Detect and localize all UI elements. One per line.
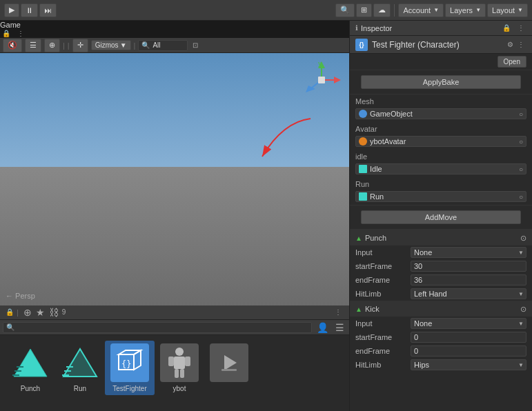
search-icon-small: 🔍 — [141, 41, 150, 49]
punch-endframe-row: endFrame — [350, 273, 532, 287]
transform-button[interactable]: ✛ — [72, 39, 88, 52]
ybot-input[interactable]: ybotAvatar ○ — [355, 136, 526, 147]
asset-play[interactable] — [204, 341, 254, 395]
mute-button[interactable]: 🔇 — [3, 39, 22, 52]
asset-testfighter[interactable]: {} TestFighter — [105, 341, 155, 395]
layers-dropdown[interactable]: Layers ▼ — [445, 3, 486, 17]
apply-bake-button[interactable]: ApplyBake — [361, 75, 521, 89]
kick-hitleft-select[interactable]: Hips — [411, 359, 526, 370]
component-more-button[interactable]: ⋮ — [515, 40, 526, 49]
idle-anim-input[interactable]: Idle ○ — [355, 163, 526, 174]
game-view: Game 🔒 ⋮ 🔇 ☰ ⊕ | | ✛ Gizmos ▼ | � — [0, 21, 349, 304]
view-toggle[interactable]: ⊕ — [44, 39, 60, 52]
svg-rect-25 — [180, 369, 184, 378]
kick-startframe-input[interactable] — [411, 332, 526, 343]
project-bookmark-button[interactable]: ★ — [34, 307, 47, 318]
punch-section-header[interactable]: ▲ Punch ⊙ — [350, 230, 532, 245]
account-dropdown[interactable]: Account ▼ — [398, 3, 444, 17]
punch-endframe-input[interactable] — [411, 274, 526, 285]
svg-text:{}: {} — [121, 359, 131, 369]
inspector-more-button[interactable]: ⋮ — [515, 23, 526, 32]
punch-input-select[interactable]: None — [411, 247, 526, 258]
punch-hitleft-select[interactable]: Left Hand — [411, 288, 526, 299]
run-circle-icon: ○ — [519, 193, 523, 201]
project-search-input[interactable] — [3, 322, 312, 333]
punch-startframe-label: startFrame — [355, 262, 411, 270]
svg-marker-3 — [334, 77, 341, 83]
game-toolbar: 🔇 ☰ ⊕ | | ✛ Gizmos ▼ | 🔍 ⊡ — [0, 38, 349, 53]
kick-section-name: Kick — [365, 305, 520, 313]
cloud-button[interactable]: ☁ — [373, 3, 391, 17]
project-filter-button[interactable]: ☰ — [333, 322, 346, 333]
left-panel: Game 🔒 ⋮ 🔇 ☰ ⊕ | | ✛ Gizmos ▼ | � — [0, 21, 349, 411]
mesh-section: Mesh GameObject ○ — [350, 94, 532, 122]
collab-button[interactable]: ⊞ — [356, 3, 372, 17]
scene-search[interactable] — [150, 40, 184, 51]
idle-tri-icon — [359, 165, 367, 173]
aspect-ratio-button[interactable]: ⊡ — [190, 41, 200, 50]
scene-gizmo: y — [303, 61, 341, 99]
kick-section-header[interactable]: ▲ Kick ⊙ — [350, 301, 532, 317]
svg-rect-23 — [185, 357, 190, 366]
open-button-row: Open — [350, 54, 532, 70]
project-add-button[interactable]: ⊕ — [21, 307, 34, 318]
run-anim-input[interactable]: Run ○ — [355, 191, 526, 202]
gizmos-dropdown[interactable]: Gizmos ▼ — [91, 40, 131, 50]
project-more-button[interactable]: ⋮ — [333, 308, 344, 317]
layout-dropdown[interactable]: Layout ▼ — [487, 3, 528, 17]
panel-more-button[interactable]: ⋮ — [15, 29, 26, 38]
punch-gear-icon[interactable]: ⊙ — [520, 234, 526, 243]
svg-point-20 — [175, 348, 184, 356]
punch-input-select-wrapper: None ▼ — [411, 247, 526, 258]
gameobject-row: GameObject ○ — [350, 107, 532, 121]
run-anim-row: Run ○ — [350, 190, 532, 203]
kick-gear-icon[interactable]: ⊙ — [520, 305, 526, 314]
search-button[interactable]: 🔍 — [335, 3, 355, 17]
open-button[interactable]: Open — [497, 56, 526, 68]
kick-endframe-input[interactable] — [411, 345, 526, 357]
kick-section: ▲ Kick ⊙ Input None ▼ startFrame — [350, 301, 532, 372]
inspector-tab-header: ℹ Inspector 🔒 ⋮ — [350, 21, 532, 36]
asset-punch[interactable]: Punch — [6, 341, 55, 395]
right-toolbar-group: 🔍 ⊞ ☁ Account ▼ Layers ▼ Layout ▼ — [335, 3, 528, 17]
svg-marker-26 — [224, 355, 237, 370]
panel-lock-button[interactable]: 🔒 — [0, 29, 12, 38]
component-settings-button[interactable]: ⚙ — [505, 40, 515, 49]
gameobject-input[interactable]: GameObject ○ — [355, 108, 526, 119]
run-anim-value: Run — [370, 192, 384, 201]
step-button[interactable]: ⏭ — [39, 3, 57, 17]
kick-input-select[interactable]: None — [411, 318, 526, 329]
game-canvas: y ← Persp — [0, 53, 349, 305]
punch-hitleft-row: HitLimb Left Hand ▼ — [350, 287, 532, 301]
ybot-row: ybotAvatar ○ — [350, 134, 532, 148]
project-count: 9 — [62, 308, 66, 316]
account-label: Account — [403, 6, 431, 14]
asset-testfighter-label: TestFighter — [112, 385, 146, 392]
pause-button[interactable]: ⏸ — [21, 3, 38, 17]
inspector-lock-button[interactable]: 🔒 — [500, 23, 513, 32]
y-axis-label: y — [318, 60, 322, 67]
inspector-info-icon: ℹ — [355, 24, 358, 32]
punch-input-row: Input None ▼ — [350, 245, 532, 259]
asset-run[interactable]: Run — [55, 341, 105, 395]
inspector-body: Mesh GameObject ○ Avatar — [350, 94, 532, 411]
asset-ybot[interactable]: ybot — [155, 341, 204, 395]
ybot-value: ybotAvatar — [370, 137, 406, 146]
project-lock-icon: 🔒 — [6, 308, 14, 316]
project-person-button[interactable]: 👤 — [315, 322, 331, 333]
play-button[interactable]: ▶ — [4, 3, 19, 17]
game-view-header: Game 🔒 ⋮ — [0, 21, 349, 38]
project-link-button[interactable]: ⛓ — [47, 307, 61, 318]
inspector-tab-label[interactable]: Inspector — [361, 24, 392, 32]
kick-startframe-row: startFrame — [350, 330, 532, 344]
game-tab[interactable]: Game — [0, 21, 21, 29]
idle-anim-value: Idle — [370, 165, 382, 173]
punch-startframe-input[interactable] — [411, 261, 526, 272]
asset-ybot-label: ybot — [173, 385, 186, 392]
punch-section-name: Punch — [365, 234, 520, 242]
project-toolbar: 👤 ☰ — [0, 320, 349, 335]
stats-button[interactable]: ☰ — [25, 39, 41, 52]
add-move-button[interactable]: AddMove — [361, 210, 521, 224]
svg-rect-21 — [174, 357, 185, 369]
punch-icon-container — [11, 343, 50, 382]
